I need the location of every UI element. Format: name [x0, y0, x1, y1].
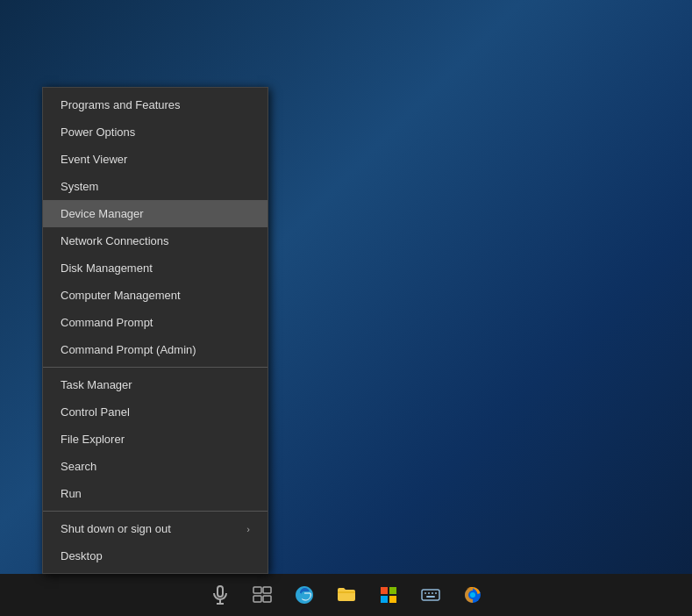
menu-item-file-explorer[interactable]: File Explorer [43, 426, 268, 453]
mic-button[interactable] [199, 574, 241, 616]
context-menu: Programs and FeaturesPower OptionsEvent … [42, 87, 268, 574]
taskbar-icons [199, 574, 494, 616]
svg-rect-9 [381, 596, 388, 603]
svg-rect-5 [253, 596, 261, 602]
menu-divider [43, 367, 268, 368]
task-view-button[interactable] [241, 574, 283, 616]
firefox-button[interactable] [452, 574, 494, 616]
svg-rect-3 [253, 587, 261, 593]
svg-rect-11 [422, 590, 439, 600]
menu-item-network-connections[interactable]: Network Connections [43, 227, 268, 254]
file-explorer-button[interactable] [325, 574, 367, 616]
menu-item-disk-management[interactable]: Disk Management [43, 254, 268, 282]
menu-item-system[interactable]: System [43, 173, 268, 200]
menu-item-programs-features[interactable]: Programs and Features [43, 91, 268, 118]
svg-rect-6 [263, 596, 271, 602]
taskbar [0, 574, 692, 616]
menu-item-search[interactable]: Search [43, 453, 268, 480]
menu-item-run[interactable]: Run [43, 480, 268, 507]
menu-item-device-manager[interactable]: Device Manager [43, 200, 268, 227]
keyboard-button[interactable] [410, 574, 452, 616]
menu-item-command-prompt[interactable]: Command Prompt [43, 309, 268, 336]
menu-item-task-manager[interactable]: Task Manager [43, 371, 268, 398]
svg-rect-7 [381, 587, 388, 594]
submenu-arrow-icon: › [246, 524, 250, 534]
menu-item-computer-management[interactable]: Computer Management [43, 282, 268, 309]
menu-item-desktop[interactable]: Desktop [43, 542, 268, 569]
svg-rect-8 [389, 587, 396, 594]
svg-rect-4 [263, 587, 271, 593]
svg-rect-0 [218, 586, 223, 597]
menu-item-power-options[interactable]: Power Options [43, 118, 268, 146]
edge-button[interactable] [283, 574, 325, 616]
menu-item-command-prompt-admin[interactable]: Command Prompt (Admin) [43, 336, 268, 363]
svg-point-19 [470, 592, 475, 598]
menu-divider [43, 511, 268, 512]
menu-item-shut-down-sign-out[interactable]: Shut down or sign out› [43, 515, 268, 542]
menu-item-event-viewer[interactable]: Event Viewer [43, 146, 268, 173]
menu-item-control-panel[interactable]: Control Panel [43, 398, 268, 426]
svg-rect-10 [389, 596, 396, 603]
desktop: Programs and FeaturesPower OptionsEvent … [0, 0, 692, 616]
store-button[interactable] [367, 574, 410, 616]
